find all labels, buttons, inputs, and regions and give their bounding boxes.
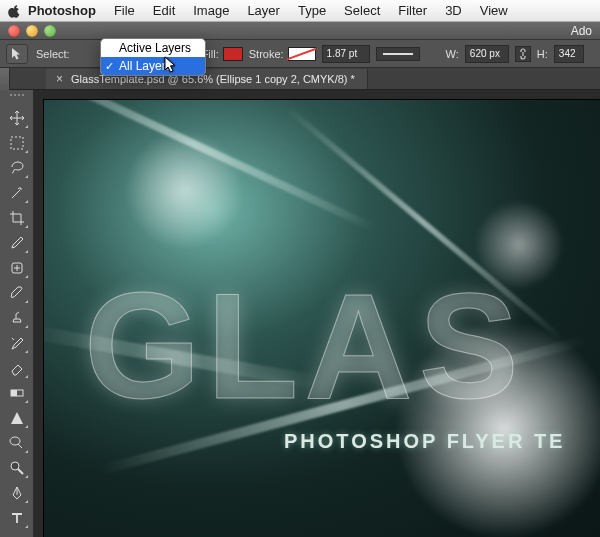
type-tool[interactable] xyxy=(4,506,30,530)
svg-point-5 xyxy=(11,462,19,470)
select-option-active-layers[interactable]: Active Layers xyxy=(101,39,205,57)
svg-rect-0 xyxy=(11,137,23,149)
link-dimensions-button[interactable] xyxy=(515,46,531,62)
height-input[interactable] xyxy=(554,45,584,63)
document-tab-strip: × GlassTemplate.psd @ 65.6% (Ellipse 1 c… xyxy=(0,68,600,90)
eraser-tool[interactable] xyxy=(4,356,30,380)
panel-grip-icon[interactable] xyxy=(3,94,31,101)
document-canvas[interactable]: GLAS PHOTOSHOP FLYER TE xyxy=(44,100,600,537)
canvas-area[interactable]: GLAS PHOTOSHOP FLYER TE xyxy=(34,90,600,537)
stroke-width-input[interactable] xyxy=(322,45,370,63)
brush-tool[interactable] xyxy=(4,281,30,305)
tools-panel xyxy=(0,90,34,537)
history-brush-tool[interactable] xyxy=(4,331,30,355)
window-title-fragment: Ado xyxy=(571,24,592,38)
menu-view[interactable]: View xyxy=(480,3,508,18)
tab-close-button[interactable]: × xyxy=(56,72,63,86)
stroke-label: Stroke: xyxy=(249,48,284,60)
dodge-tool[interactable] xyxy=(4,456,30,480)
menu-layer[interactable]: Layer xyxy=(247,3,280,18)
minimize-window-button[interactable] xyxy=(26,25,38,37)
options-bar: Select: Fill: Stroke: W: H: xyxy=(0,40,600,68)
window-titlebar: Ado xyxy=(0,22,600,40)
blur-tool[interactable] xyxy=(4,431,30,455)
check-icon: ✓ xyxy=(105,60,114,73)
option-label: Active Layers xyxy=(119,41,191,55)
artwork-headline: GLAS xyxy=(84,260,525,433)
menu-select[interactable]: Select xyxy=(344,3,380,18)
healing-brush-tool[interactable] xyxy=(4,256,30,280)
crop-tool[interactable] xyxy=(4,206,30,230)
gradient-tool[interactable] xyxy=(4,381,30,405)
height-label: H: xyxy=(537,48,548,60)
clone-stamp-tool[interactable] xyxy=(4,306,30,330)
zoom-window-button[interactable] xyxy=(44,25,56,37)
width-input[interactable] xyxy=(465,45,509,63)
menu-edit[interactable]: Edit xyxy=(153,3,175,18)
mac-menubar: Photoshop File Edit Image Layer Type Sel… xyxy=(0,0,600,22)
move-tool[interactable] xyxy=(4,106,30,130)
stroke-swatch[interactable] xyxy=(288,47,316,61)
menu-type[interactable]: Type xyxy=(298,3,326,18)
apple-logo-icon[interactable] xyxy=(8,4,22,18)
marquee-tool[interactable] xyxy=(4,131,30,155)
magic-wand-tool[interactable] xyxy=(4,181,30,205)
select-label: Select: xyxy=(36,48,70,60)
menu-image[interactable]: Image xyxy=(193,3,229,18)
workspace: GLAS PHOTOSHOP FLYER TE xyxy=(0,90,600,537)
app-name[interactable]: Photoshop xyxy=(28,3,96,18)
current-tool-preset[interactable] xyxy=(6,44,28,64)
artwork-subtitle: PHOTOSHOP FLYER TE xyxy=(284,430,565,453)
lasso-tool[interactable] xyxy=(4,156,30,180)
svg-rect-3 xyxy=(11,390,17,396)
pen-tool[interactable] xyxy=(4,481,30,505)
select-scope-dropdown: Active Layers ✓ All Layers xyxy=(100,38,206,76)
menu-file[interactable]: File xyxy=(114,3,135,18)
close-window-button[interactable] xyxy=(8,25,20,37)
eyedropper-tool[interactable] xyxy=(4,231,30,255)
document-tab[interactable]: × GlassTemplate.psd @ 65.6% (Ellipse 1 c… xyxy=(46,69,368,89)
menu-3d[interactable]: 3D xyxy=(445,3,462,18)
select-scope-control[interactable]: Select: xyxy=(36,48,70,60)
stroke-style-dropdown[interactable] xyxy=(376,47,420,61)
cursor-icon xyxy=(164,56,178,74)
width-label: W: xyxy=(446,48,459,60)
shape-tool[interactable] xyxy=(4,406,30,430)
select-option-all-layers[interactable]: ✓ All Layers xyxy=(101,57,205,75)
tab-gutter xyxy=(0,68,10,90)
menu-filter[interactable]: Filter xyxy=(398,3,427,18)
fill-swatch[interactable] xyxy=(223,47,243,61)
